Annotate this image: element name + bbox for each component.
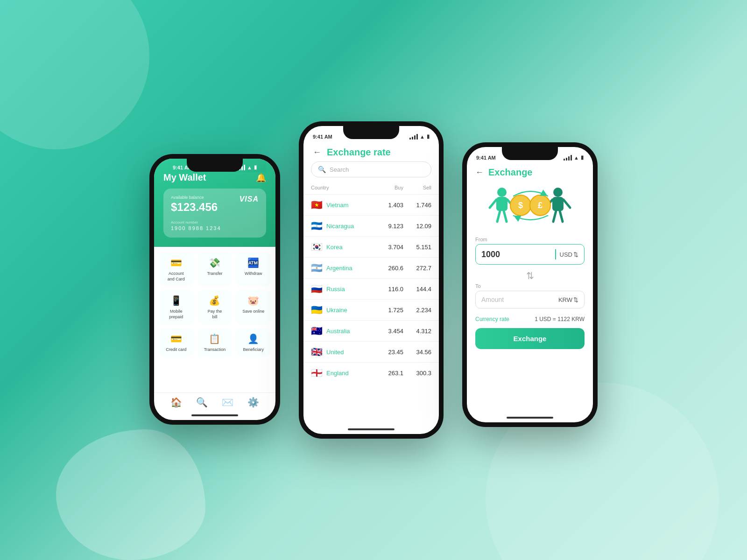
buy-ua: 1.725	[375, 307, 403, 314]
status-time-exchange: 9:41 AM	[476, 155, 496, 161]
svg-line-2	[490, 200, 496, 208]
to-input-row[interactable]: Amount KRW ⇅	[475, 291, 585, 308]
grid-item-withdraw[interactable]: 🏧 Withdraw	[236, 252, 271, 287]
flag-vn: 🇻🇳	[311, 199, 323, 210]
phone-exchange-rate: 9:41 AM ▲ ▮ ← Exchange rate 🔍 Search Cou…	[299, 121, 444, 439]
col-header-buy: Buy	[375, 185, 403, 190]
svg-line-9	[564, 200, 570, 208]
exchange-illustration: $ £	[467, 181, 593, 237]
bg-circle-top	[0, 0, 149, 149]
grid-item-beneficiary[interactable]: 👤 Beneficiary	[236, 329, 271, 357]
to-currency-select[interactable]: KRW ⇅	[558, 296, 578, 303]
account-card-label: Accountand Card	[168, 271, 185, 282]
transaction-label: Transaction	[204, 347, 226, 353]
grid-item-save-online[interactable]: 🐷 Save online	[236, 290, 271, 324]
flag-uk: 🇬🇧	[311, 346, 323, 357]
svg-text:£: £	[538, 201, 543, 210]
signal-bars-exchange	[564, 155, 572, 161]
grid-item-transfer[interactable]: 💸 Transfer	[197, 252, 233, 287]
swap-arrows-icon[interactable]: ⇅	[526, 270, 534, 281]
from-currency-select[interactable]: USD ⇅	[560, 251, 578, 258]
to-group: To Amount KRW ⇅	[475, 283, 585, 308]
back-arrow-exchange[interactable]: ←	[475, 168, 484, 177]
notification-bell-icon[interactable]: 🔔	[256, 173, 266, 183]
svg-rect-7	[552, 197, 564, 211]
country-name-au: Australia	[326, 328, 375, 335]
wallet-header: 9:41 AM ▲ ▮ My Wallet 🔔	[154, 159, 275, 247]
sell-en: 300.3	[403, 370, 431, 377]
status-icons-exchange: ▲ ▮	[564, 154, 584, 161]
country-name-uk: United	[326, 349, 375, 356]
flag-au: 🇦🇺	[311, 325, 323, 336]
nav-settings-icon[interactable]: ⚙️	[247, 397, 259, 408]
buy-ni: 9.123	[375, 223, 403, 230]
buy-en: 263.1	[375, 370, 403, 377]
from-label: From	[475, 237, 585, 242]
home-bar-wallet	[191, 414, 238, 416]
withdraw-icon: 🏧	[247, 257, 259, 268]
search-bar[interactable]: 🔍 Search	[311, 161, 431, 177]
grid-item-pay-bill[interactable]: 💰 Pay thebill	[197, 290, 233, 324]
sell-au: 4.312	[403, 328, 431, 335]
visa-label: VISA	[240, 195, 259, 203]
transfer-icon: 💸	[209, 257, 220, 268]
nav-mail-icon[interactable]: ✉️	[222, 397, 233, 408]
phone-wallet: 9:41 AM ▲ ▮ My Wallet 🔔	[149, 154, 280, 425]
mobile-prepaid-label: Mobileprepaid	[169, 309, 183, 320]
wallet-title-row: My Wallet 🔔	[163, 172, 266, 189]
svg-line-5	[504, 211, 507, 222]
col-header-sell: Sell	[403, 185, 431, 190]
exrate-header: ← Exchange rate	[303, 141, 439, 161]
beneficiary-icon: 👤	[247, 333, 259, 344]
flag-ar: 🇦🇷	[311, 262, 323, 273]
swap-icon-row: ⇅	[475, 270, 585, 281]
sell-uk: 34.56	[403, 349, 431, 356]
flag-kr: 🇰🇷	[311, 241, 323, 252]
phone-exchange-rate-screen: 9:41 AM ▲ ▮ ← Exchange rate 🔍 Search Cou…	[303, 126, 439, 434]
back-arrow-exrate[interactable]: ←	[313, 147, 321, 157]
exchange-svg-illustration: $ £	[483, 182, 577, 233]
nav-home-icon[interactable]: 🏠	[170, 397, 182, 408]
country-name-en: England	[326, 370, 375, 377]
beneficiary-label: Beneficiary	[243, 347, 264, 353]
buy-au: 3.454	[375, 328, 403, 335]
grid-item-mobile-prepaid[interactable]: 📱 Mobileprepaid	[159, 290, 194, 324]
flag-ua: 🇺🇦	[311, 304, 323, 315]
wifi-icon-exchange: ▲	[574, 155, 579, 161]
svg-line-10	[553, 211, 556, 222]
sell-ua: 2.234	[403, 307, 431, 314]
sell-kr: 5.151	[403, 244, 431, 251]
chevron-up-down-icon: ⇅	[573, 251, 578, 258]
buy-ar: 260.6	[375, 265, 403, 272]
table-row: 🇰🇷 Korea 3.704 5.151	[303, 236, 439, 257]
mobile-prepaid-icon: 📱	[170, 295, 182, 306]
card-top-row: Available balance $123.456 VISA	[171, 195, 259, 220]
exchange-title: Exchange	[488, 167, 532, 178]
col-header-country: Country	[311, 185, 375, 190]
wifi-icon-exrate: ▲	[420, 134, 425, 140]
bg-blob-left	[56, 429, 205, 560]
grid-item-transaction[interactable]: 📋 Transaction	[197, 329, 233, 357]
pay-bill-label: Pay thebill	[208, 309, 222, 320]
grid-item-account-card[interactable]: 💳 Accountand Card	[159, 252, 194, 287]
chevron-up-down-to-icon: ⇅	[573, 296, 578, 303]
to-currency-label: KRW	[558, 296, 572, 303]
buy-ru: 116.0	[375, 286, 403, 293]
signal-bars-exrate	[409, 134, 418, 140]
exchange-button[interactable]: Exchange	[475, 328, 585, 349]
flag-ni: 🇳🇮	[311, 220, 323, 231]
rate-label: Currency rate	[475, 316, 509, 322]
battery-icon: ▮	[254, 164, 257, 170]
nav-search-icon[interactable]: 🔍	[196, 397, 208, 408]
country-name-ar: Argentina	[326, 265, 375, 272]
grid-item-credit-card[interactable]: 💳 Credit card	[159, 329, 194, 357]
from-value: 1000	[481, 250, 551, 259]
home-bar-exchange	[507, 417, 553, 419]
phone-notch-3	[502, 147, 558, 160]
from-input-row[interactable]: 1000 USD ⇅	[475, 244, 585, 265]
buy-vn: 1.403	[375, 202, 403, 209]
save-online-icon: 🐷	[247, 295, 259, 306]
svg-point-6	[553, 188, 563, 197]
pay-bill-icon: 💰	[209, 295, 220, 306]
status-icons-exrate: ▲ ▮	[409, 133, 430, 140]
